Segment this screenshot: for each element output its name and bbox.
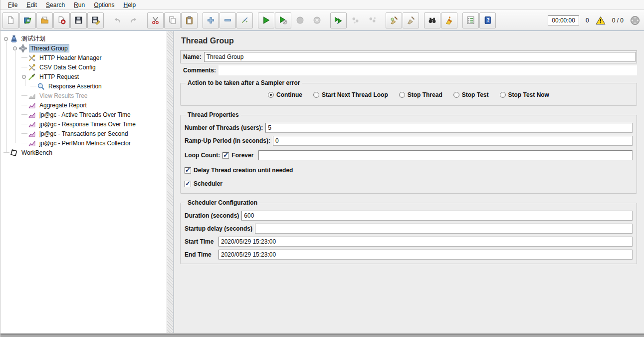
tree-node-label: HTTP Request [38,73,80,81]
clear-button[interactable] [386,12,402,28]
save-as-icon [91,16,100,24]
shutdown-icon [313,16,321,24]
radio-label: Start Next Thread Loop [322,91,388,98]
name-row: Name: [180,50,637,63]
cut-button[interactable] [147,12,164,28]
tree-node-aggregate-report[interactable]: Aggregate Report [0,100,167,110]
tree-guide-line [25,79,25,86]
search-button[interactable] [424,12,440,28]
tree-expand-handle[interactable] [13,46,17,50]
sampler-error-group: Action to be taken after a Sampler error… [180,79,637,106]
tree-connector [21,143,27,143]
menu-options[interactable]: Options [89,0,119,9]
tree-node-测试计划[interactable]: 测试计划 [0,34,167,43]
menu-file[interactable]: File [3,0,22,9]
tree-connector [21,105,27,105]
radio-button[interactable] [313,92,319,98]
copy-button[interactable] [164,12,181,28]
start-button[interactable] [258,12,274,28]
scheduler-checkbox[interactable] [185,181,191,187]
ramp-up-input[interactable] [273,136,633,146]
radio-label: Stop Thread [408,91,442,98]
tree-connector [21,57,27,58]
loop-count-input[interactable] [258,150,633,160]
tree-node-jp-gc-active-threads-over-time[interactable]: jp@gc - Active Threads Over Time [0,110,167,119]
toolbar-group-2 [147,12,198,28]
menu-edit[interactable]: Edit [22,0,41,9]
tree-expand-handle[interactable] [4,37,8,41]
duration-input[interactable] [241,211,633,221]
split-divider[interactable] [167,31,174,333]
radio-option-stop-thread[interactable]: Stop Thread [399,91,442,98]
forever-checkbox[interactable] [222,152,229,159]
remote-start-all-button[interactable] [330,12,347,28]
chart-listener-icon [28,139,36,147]
collapse-all-button[interactable] [219,12,236,28]
delay-thread-creation-checkbox[interactable] [185,167,191,174]
forever-label: Forever [231,152,253,159]
tree-expand-handle[interactable] [22,75,26,79]
tree-node-label: Thread Group [29,44,69,52]
radio-button[interactable] [453,92,459,98]
radio-option-start-next-thread-loop[interactable]: Start Next Thread Loop [313,91,388,98]
tree-node-http-header-manager[interactable]: HTTP Header Manager [0,53,167,62]
number-of-threads-label: Number of Threads (users): [185,124,263,131]
tree-node-workbench[interactable]: WorkBench [0,148,167,157]
clear-all-button[interactable] [403,12,419,28]
tree-node-jp-gc-perfmon-metrics-collector[interactable]: jp@gc - PerfMon Metrics Collector [0,138,167,148]
tree-node-csv-data-set-config[interactable]: CSV Data Set Config [0,62,167,72]
radio-option-continue[interactable]: Continue [268,91,302,98]
listener-disabled-icon [28,92,36,100]
tree-node-jp-gc-response-times-over-time[interactable]: jp@gc - Response Times Over Time [0,119,167,129]
tree-node-thread-group[interactable]: Thread Group [0,43,167,53]
search-reset-button[interactable] [441,12,457,28]
radio-button[interactable] [500,92,506,98]
thread-group-icon [19,44,27,52]
start-time-input[interactable] [218,237,633,247]
tree-node-label: Aggregate Report [38,101,88,109]
comments-label: Comments: [183,67,216,74]
name-input[interactable] [204,52,636,62]
toolbar-status: 00:00:00 0 0 / 0 [548,15,640,25]
function-helper-button[interactable] [462,12,479,28]
duration-row: Duration (seconds) [185,211,633,221]
templates-button[interactable] [19,12,36,28]
radio-option-stop-test[interactable]: Stop Test [453,91,489,98]
thread-properties-title: Thread Properties [186,111,241,118]
save-button[interactable] [70,12,87,28]
warning-triangle-icon[interactable] [596,16,606,25]
tree-node-label: WorkBench [20,149,54,157]
start-no-timers-button[interactable] [275,12,291,28]
tree-connector [21,95,27,96]
number-of-threads-input[interactable] [265,123,633,133]
paste-button[interactable] [181,12,198,28]
open-folder-button[interactable] [36,12,53,28]
tree-node-jp-gc-transactions-per-second[interactable]: jp@gc - Transactions per Second [0,129,167,138]
duration-label: Duration (seconds) [185,212,239,219]
menu-search[interactable]: Search [41,0,69,9]
close-file-button[interactable] [53,12,70,28]
tree-node-label: jp@gc - Response Times Over Time [38,120,137,128]
radio-button[interactable] [399,92,405,98]
end-time-input[interactable] [218,250,633,260]
toggle-button[interactable] [236,12,253,28]
loop-count-row: Loop Count: Forever [185,150,633,160]
menu-help[interactable]: Help [119,0,141,9]
comments-input[interactable] [218,65,637,75]
save-as-button[interactable] [87,12,104,28]
expand-all-button[interactable] [203,12,219,28]
workbench-icon [10,149,18,157]
startup-delay-input[interactable] [255,224,633,234]
toolbar-group-0 [2,12,104,28]
radio-button[interactable] [268,92,274,98]
assertion-icon [37,82,45,90]
scheduler-configuration-group: Scheduler Configuration Duration (second… [180,199,637,264]
redo-button [126,12,142,28]
toolbar: ? 00:00:00 0 0 / 0 [0,10,644,31]
radio-option-stop-test-now[interactable]: Stop Test Now [500,91,549,98]
new-file-button[interactable] [2,12,19,28]
menu-run[interactable]: Run [69,0,89,9]
loop-count-label: Loop Count: [185,152,220,159]
tree-node-view-results-tree[interactable]: View Results Tree [0,91,167,100]
help-button[interactable]: ? [479,12,496,28]
